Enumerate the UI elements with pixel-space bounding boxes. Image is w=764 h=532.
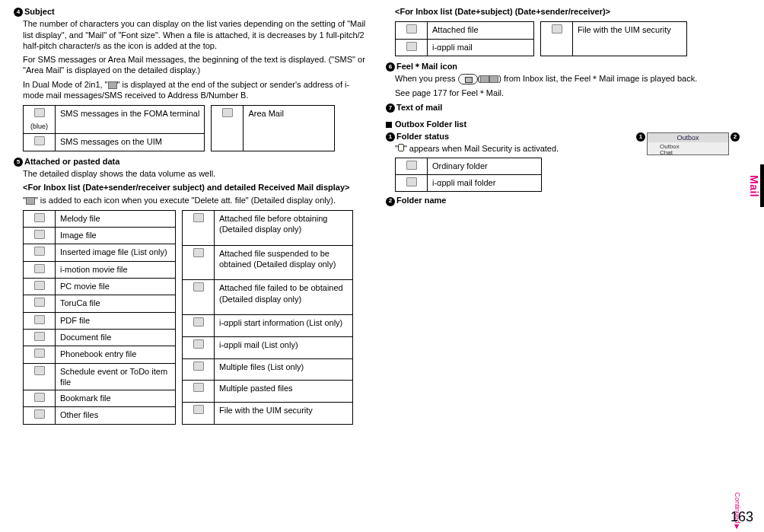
folder-p-b: " appears when Mail Security is activate… — [404, 144, 559, 153]
folder-number-icon: 1 — [386, 132, 395, 142]
file-multiple-pasted: Multiple pasted files — [215, 381, 353, 403]
right-column: <For Inbox list (Date+subject) (Date+sen… — [386, 6, 740, 429]
folder-status-title: Folder status — [396, 131, 449, 142]
iappli-mail-text: i-αppli mail — [428, 39, 534, 56]
attached-subheading: <For Inbox list (Date+sender/receiver su… — [23, 182, 368, 193]
file-other: Other files — [56, 407, 176, 424]
subject-heading: 4 Subject — [14, 6, 368, 18]
area-mail-text: Area Mail — [244, 106, 335, 151]
inbox-list-heading: <For Inbox list (Date+subject) (Date+sen… — [395, 6, 740, 17]
file-melody: Melody file — [56, 210, 176, 227]
file-type-tables: Melody file Image file Inserted image fi… — [23, 210, 368, 425]
bookmark-icon — [34, 393, 45, 402]
pdf-icon — [34, 315, 45, 324]
sms-uim-text: SMS messages on the UIM — [56, 134, 205, 151]
callout-1-icon: 1 — [636, 132, 645, 142]
inserted-image-icon — [34, 247, 45, 256]
file-pdf: PDF file — [56, 312, 176, 329]
imotion-icon — [34, 264, 45, 273]
other-files-icon — [34, 409, 45, 419]
outbox-heading: Outbox Folder list — [386, 119, 740, 131]
multiple-files-icon — [193, 362, 204, 371]
feel-title: Feel＊Mail icon — [396, 61, 457, 72]
file-uim-security: File with the UIM security — [215, 402, 353, 424]
iappli-folder-text: i-αppli mail folder — [428, 175, 542, 192]
subject-number-icon: 4 — [14, 8, 23, 17]
subject-paragraph-1: The number of characters you can display… — [23, 18, 368, 51]
dual-mode-icon — [108, 81, 117, 89]
camera-button-icon — [458, 74, 478, 84]
file-image: Image file — [56, 228, 176, 244]
attached-file-icon — [406, 24, 417, 33]
file-iappli-start: i-αppli start information (List only) — [215, 315, 353, 337]
outbox-title: Outbox Folder list — [395, 119, 466, 129]
feel-paragraph: When you press () from Inbox list, the F… — [395, 73, 740, 84]
sms-blue-label: (blue) — [30, 123, 48, 130]
folder-status-heading: 1 Folder status — [386, 131, 636, 143]
sms-table-right: Area Mail — [211, 105, 335, 151]
ordinary-folder-icon — [406, 161, 417, 170]
file-schedule: Schedule event or ToDo item file — [56, 363, 176, 390]
file-toruca: ToruCa file — [56, 295, 176, 312]
iappli-mail-icon2 — [406, 42, 417, 51]
sms-blue-icon-cell: (blue) — [24, 106, 56, 134]
image-icon — [34, 230, 45, 239]
inbox-tables: Attached file i-αppli mail File with the… — [395, 21, 740, 56]
feel-p-c: ) from Inbox list, the Feel＊Mail image i… — [498, 74, 697, 83]
schedule-icon — [34, 366, 45, 375]
area-mail-icon-cell — [212, 106, 244, 151]
file-phonebook: Phonebook entry file — [56, 346, 176, 363]
before-obtaining-icon — [193, 213, 204, 222]
lock-icon — [398, 144, 404, 151]
area-mail-icon — [222, 108, 233, 117]
screen-row-chat: Chat — [660, 149, 673, 157]
subject-title: Subject — [24, 6, 55, 17]
pc-movie-icon — [34, 281, 45, 290]
attached-number-icon: 5 — [14, 158, 23, 167]
attached-heading: 5 Attached or pasted data — [14, 156, 368, 168]
file-inserted-image: Inserted image file (List only) — [56, 244, 176, 261]
delete-att-icon — [26, 197, 35, 205]
attached-title: Attached or pasted data — [24, 156, 119, 167]
folder-paragraph: "" appears when Mail Security is activat… — [395, 143, 636, 154]
phonebook-icon — [34, 349, 45, 358]
subject-paragraph-2: For SMS messages or Area Mail messages, … — [23, 54, 368, 76]
outbox-screenshot: Outbox Chat — [647, 132, 729, 155]
subject-p3-a: In Dual Mode of 2in1, " — [23, 80, 108, 89]
folder-table: Ordinary folder i-αppli mail folder — [395, 158, 542, 193]
feel-heading: 6 Feel＊Mail icon — [386, 61, 740, 73]
multiple-pasted-icon — [193, 383, 204, 392]
inbox-table-left: Attached file i-αppli mail — [395, 21, 534, 56]
ordinary-folder-text: Ordinary folder — [428, 158, 542, 174]
folder-name-title: Folder name — [396, 195, 446, 205]
feel-p-a: When you press — [395, 74, 458, 83]
toruca-icon — [34, 298, 45, 307]
file-document: Document file — [56, 329, 176, 346]
left-column: 4 Subject The number of characters you c… — [14, 6, 368, 429]
sms-uim-icon — [34, 136, 45, 145]
file-uim-text: File with the UIM security — [573, 22, 687, 56]
file-before-obtaining: Attached file before obtaining (Detailed… — [215, 210, 353, 245]
feel-paragraph-2: See page 177 for Feel＊Mail. — [395, 88, 740, 98]
page-number: 163 — [731, 508, 753, 526]
iappli-mail-icon — [193, 339, 204, 349]
attached-p2-b: " is added to each icon when you execute… — [35, 196, 336, 205]
outbox-square-icon — [386, 122, 392, 128]
text-mail-title: Text of mail — [396, 102, 442, 113]
folder-name-number-icon: 2 — [386, 197, 395, 206]
file-failed: Attached file failed to be obtained (Det… — [215, 280, 353, 315]
file-multiple: Multiple files (List only) — [215, 358, 353, 381]
sms-uim-icon-cell — [24, 134, 56, 151]
inbox-table-right: File with the UIM security — [540, 21, 687, 56]
file-suspended: Attached file suspended to be obtained (… — [215, 245, 353, 280]
uim-security-icon — [193, 405, 204, 414]
feel-number-icon: 6 — [386, 62, 395, 72]
failed-icon — [193, 282, 204, 291]
file-table-right: Attached file before obtaining (Detailed… — [182, 210, 353, 425]
attached-paragraph-1: The detailed display shows the data volu… — [23, 168, 368, 179]
file-iappli-mail: i-αppli mail (List only) — [215, 336, 353, 358]
page: 4 Subject The number of characters you c… — [0, 0, 764, 435]
file-uim-icon — [552, 24, 562, 33]
file-bookmark: Bookmark file — [56, 390, 176, 407]
melody-icon — [34, 213, 45, 222]
